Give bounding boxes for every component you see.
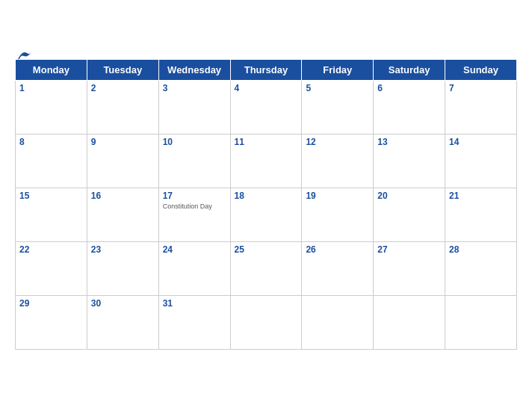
calendar-cell: 13 [374, 134, 445, 188]
calendar-cell: 29 [16, 295, 87, 349]
day-number: 6 [377, 83, 441, 93]
day-number: 23 [91, 244, 155, 255]
logo-bird-icon [16, 49, 33, 61]
calendar-cell: 18 [230, 188, 302, 241]
day-number: 3 [163, 83, 226, 93]
calendar-cell: 16 [87, 188, 158, 241]
logo-area [15, 49, 33, 61]
day-number: 28 [449, 244, 513, 255]
day-number: 10 [163, 137, 226, 147]
day-number: 29 [19, 298, 83, 309]
calendar-cell: 21 [445, 188, 517, 241]
calendar-cell: 28 [445, 241, 517, 295]
weekday-header-sunday: Sunday [445, 59, 517, 80]
weekday-header-thursday: Thursday [230, 59, 302, 80]
calendar-cell: 3 [158, 80, 230, 134]
calendar-cell [374, 295, 445, 349]
calendar-cell: 5 [302, 80, 374, 134]
calendar-cell: 26 [302, 241, 374, 295]
calendar-cell: 11 [230, 134, 302, 188]
day-number: 19 [306, 191, 369, 201]
day-number: 17 [163, 191, 226, 201]
calendar-cell: 2 [87, 80, 158, 134]
calendar-cell: 10 [158, 134, 230, 188]
day-number: 27 [377, 244, 441, 255]
logo-text [15, 49, 33, 61]
calendar-cell: 4 [230, 80, 302, 134]
calendar-cell: 14 [445, 134, 517, 188]
day-number: 24 [163, 244, 226, 255]
calendar-cell: 27 [374, 241, 445, 295]
calendar-wrapper: MondayTuesdayWednesdayThursdayFridaySatu… [0, 47, 532, 365]
day-number: 11 [235, 137, 298, 147]
day-number: 20 [377, 191, 441, 201]
day-number: 21 [449, 191, 513, 201]
day-number: 4 [235, 83, 298, 93]
day-number: 30 [91, 298, 155, 309]
calendar-cell: 7 [445, 80, 517, 134]
calendar-cell: 24 [158, 241, 230, 295]
day-number: 2 [91, 83, 155, 93]
calendar-table: MondayTuesdayWednesdayThursdayFridaySatu… [15, 59, 517, 350]
week-row-2: 891011121314 [16, 134, 517, 188]
calendar-cell: 9 [87, 134, 158, 188]
calendar-cell [445, 295, 517, 349]
calendar-cell [302, 295, 374, 349]
weekday-header-friday: Friday [302, 59, 374, 80]
week-row-5: 293031 [16, 295, 517, 349]
day-number: 5 [306, 83, 369, 93]
week-row-3: 151617Constitution Day18192021 [16, 188, 517, 241]
day-number: 1 [19, 83, 83, 93]
calendar-cell: 19 [302, 188, 374, 241]
calendar-cell: 15 [16, 188, 87, 241]
calendar-tbody: 1234567891011121314151617Constitution Da… [16, 80, 517, 349]
weekday-header-wednesday: Wednesday [158, 59, 230, 80]
weekday-header-monday: Monday [16, 59, 87, 80]
day-number: 18 [235, 191, 298, 201]
weekday-header-saturday: Saturday [374, 59, 445, 80]
calendar-cell: 17Constitution Day [158, 188, 230, 241]
holiday-label: Constitution Day [163, 203, 226, 210]
week-row-1: 1234567 [16, 80, 517, 134]
calendar-cell: 22 [16, 241, 87, 295]
calendar-cell: 1 [16, 80, 87, 134]
calendar-cell: 6 [374, 80, 445, 134]
day-number: 13 [377, 137, 441, 147]
week-row-4: 22232425262728 [16, 241, 517, 295]
day-number: 9 [91, 137, 155, 147]
calendar-cell: 23 [87, 241, 158, 295]
weekday-header-row: MondayTuesdayWednesdayThursdayFridaySatu… [16, 59, 517, 80]
calendar-cell: 25 [230, 241, 302, 295]
calendar-cell [230, 295, 302, 349]
weekday-header-tuesday: Tuesday [87, 59, 158, 80]
day-number: 25 [235, 244, 298, 255]
calendar-cell: 31 [158, 295, 230, 349]
calendar-cell: 12 [302, 134, 374, 188]
calendar-thead: MondayTuesdayWednesdayThursdayFridaySatu… [16, 59, 517, 80]
day-number: 22 [19, 244, 83, 255]
day-number: 12 [306, 137, 369, 147]
day-number: 8 [19, 137, 83, 147]
day-number: 15 [19, 191, 83, 201]
day-number: 16 [91, 191, 155, 201]
day-number: 26 [306, 244, 369, 255]
day-number: 14 [449, 137, 513, 147]
day-number: 7 [449, 83, 513, 93]
calendar-cell: 30 [87, 295, 158, 349]
day-number: 31 [163, 298, 226, 309]
calendar-cell: 8 [16, 134, 87, 188]
calendar-cell: 20 [374, 188, 445, 241]
